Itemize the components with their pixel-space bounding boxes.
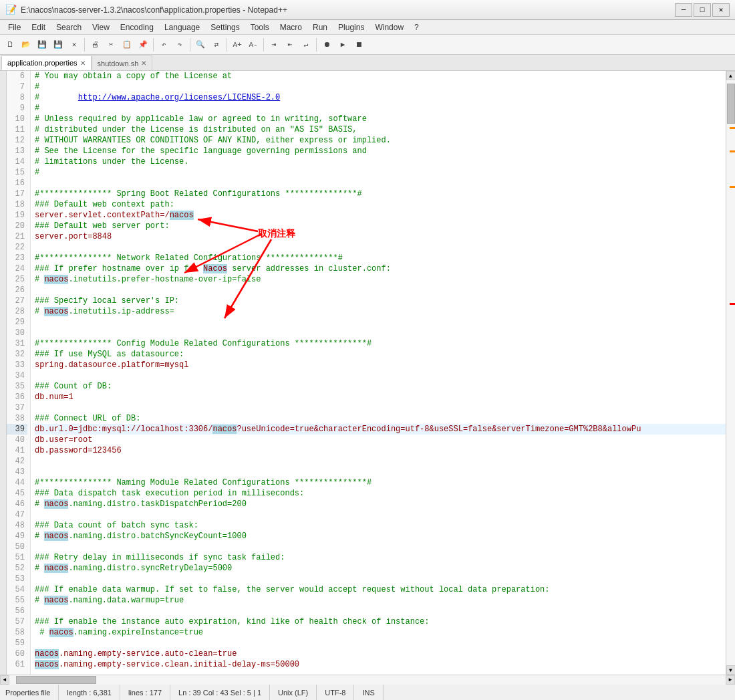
line-num-9: 9 [7,103,27,114]
lines-label: lines : 177 [128,689,162,697]
menu-search[interactable]: Search [51,21,87,33]
marker-1 [730,127,735,129]
open-button[interactable]: 📂 [19,37,33,52]
status-file-type: Properties file [5,685,59,700]
line-num-14: 14 [7,156,27,167]
menu-settings[interactable]: Settings [205,21,245,33]
scroll-right-button[interactable]: ► [726,675,735,685]
code-line-54: ### If enable data warmup. If set to fal… [35,584,726,595]
code-line-17: #*************** Spring Boot Related Con… [35,189,726,199]
code-line-49: # nacos.naming.distro.batchSyncKeyCount=… [35,531,726,542]
menu-file[interactable]: File [3,21,26,33]
menu-tools[interactable]: Tools [245,21,275,33]
ins-mode-label: INS [362,689,374,697]
macro-rec-button[interactable]: ⏺ [319,37,334,52]
menu-plugins[interactable]: Plugins [333,21,370,33]
menu-language[interactable]: Language [159,21,205,33]
line-num-59: 59 [7,638,27,649]
h-scroll-thumb[interactable] [16,676,96,684]
close-file-button[interactable]: ✕ [67,37,82,52]
minimize-button[interactable]: ─ [675,3,692,17]
menu-encoding[interactable]: Encoding [115,21,159,33]
code-line-9: # [35,103,726,114]
tab-application-properties[interactable]: application.properties ✕ [1,55,92,70]
line-num-44: 44 [7,477,27,488]
menu-macro[interactable]: Macro [275,21,307,33]
new-button[interactable]: 🗋 [3,37,17,52]
code-line-29 [35,317,726,328]
scroll-left-button[interactable]: ◄ [0,675,9,685]
menu-help[interactable]: ? [409,21,424,33]
zoom-out-button[interactable]: A- [246,37,261,52]
line-num-46: 46 [7,499,27,509]
menu-run[interactable]: Run [307,21,333,33]
code-line-16 [35,178,726,189]
status-line-ending: Unix (LF) [270,685,317,700]
code-line-22 [35,242,726,253]
tab-bar: application.properties ✕ shutdown.sh ✕ [0,55,735,71]
code-line-13: # See the License for the specific langu… [35,146,726,156]
paste-button[interactable]: 📌 [136,37,150,52]
code-line-42 [35,456,726,467]
tab-shutdown-sh[interactable]: shutdown.sh ✕ [92,55,153,70]
line-num-20: 20 [7,221,27,231]
wrap-button[interactable]: ↵ [299,37,313,52]
replace-button[interactable]: ⇄ [209,37,224,52]
vertical-scrollbar[interactable]: ▲ ▼ [726,71,735,675]
line-num-40: 40 [7,435,27,445]
code-line-7: # [35,82,726,92]
line-num-12: 12 [7,135,27,146]
menu-view[interactable]: View [87,21,115,33]
indent-button[interactable]: ⇥ [267,37,281,52]
close-button[interactable]: ✕ [712,3,730,17]
code-line-55: # nacos.naming.data.warmup=true [35,595,726,606]
menu-edit[interactable]: Edit [26,21,51,33]
tab-close-icon[interactable]: ✕ [141,60,146,67]
line-num-10: 10 [7,114,27,124]
zoom-in-button[interactable]: A+ [230,37,245,52]
save-all-button[interactable]: 💾 [51,37,65,52]
line-num-25: 25 [7,274,27,285]
horizontal-scrollbar[interactable]: ◄ ► [0,675,735,684]
scroll-thumb[interactable] [727,84,735,124]
scroll-down-button[interactable]: ▼ [726,665,736,675]
code-line-25: # nacos.inetutils.prefer-hostname-over-i… [35,274,726,285]
code-area[interactable]: # You may obtain a copy of the License a… [31,71,726,675]
h-scroll-track[interactable] [9,675,726,685]
macro-stop-button[interactable]: ⏹ [351,37,366,52]
toolbar: 🗋 📂 💾 💾 ✕ 🖨 ✂ 📋 📌 ↶ ↷ 🔍 ⇄ A+ A- ⇥ ⇤ ↵ ⏺ … [0,35,735,55]
line-num-26: 26 [7,285,27,296]
copy-button[interactable]: 📋 [120,37,134,52]
line-num-18: 18 [7,199,27,210]
tab-close-icon[interactable]: ✕ [80,60,86,67]
editor-container[interactable]: 6 7 8 9 10 11 12 13 14 15 16 17 18 19 20… [0,71,735,675]
code-line-36: db.num=1 [35,392,726,402]
cut-button[interactable]: ✂ [104,37,118,52]
link-apache[interactable]: http://www.apache.org/licenses/LICENSE-2… [78,93,280,102]
redo-button[interactable]: ↷ [172,37,187,52]
menu-window[interactable]: Window [370,21,409,33]
code-line-44: #*************** Naming Module Related C… [35,477,726,488]
code-line-12: # WITHOUT WARRANTIES OR CONDITIONS OF AN… [35,135,726,146]
save-button[interactable]: 💾 [35,37,49,52]
macro-play-button[interactable]: ▶ [335,37,350,52]
line-num-55: 55 [7,595,27,606]
line-num-15: 15 [7,167,27,178]
line-num-13: 13 [7,146,27,156]
print-button[interactable]: 🖨 [88,37,102,52]
code-line-58: # nacos.naming.expireInstance=true [35,627,726,638]
find-button[interactable]: 🔍 [193,37,208,52]
maximize-button[interactable]: □ [694,3,711,17]
scroll-track[interactable] [726,80,736,665]
undo-button[interactable]: ↶ [156,37,171,52]
scroll-up-button[interactable]: ▲ [726,71,736,80]
code-line-51: ### Retry delay in milliseconds if sync … [35,552,726,563]
code-line-57: ### If enable the instance auto expirati… [35,616,726,627]
outdent-button[interactable]: ⇤ [283,37,297,52]
line-num-57: 57 [7,616,27,627]
code-line-47 [35,509,726,520]
tab-label: shutdown.sh [98,60,139,68]
code-line-14: # limitations under the License. [35,156,726,167]
file-type-label: Properties file [5,689,50,697]
code-line-48: ### Data count of batch sync task: [35,520,726,531]
